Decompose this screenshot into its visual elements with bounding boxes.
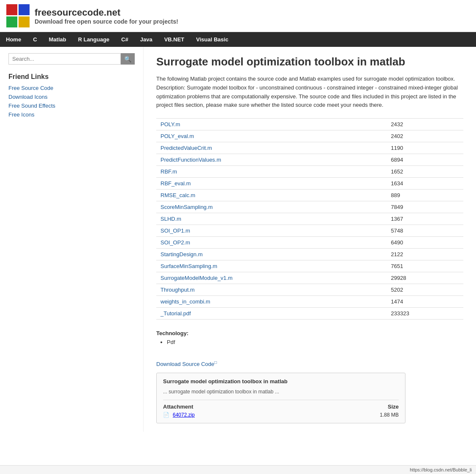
friend-links: Free Source CodeDownload IconsFree Sound…	[8, 85, 135, 118]
search-box: 🔍	[8, 53, 135, 65]
table-row: _Tutorial.pdf233323	[156, 308, 463, 320]
nav-item-visual-basic[interactable]: Visual Basic	[190, 32, 234, 47]
file-link[interactable]: SurrogateModelModule_v1.m	[160, 275, 233, 281]
file-size: 1367	[387, 213, 463, 225]
download-link-label: Download Source Code	[156, 361, 214, 368]
file-size: 6894	[387, 154, 463, 166]
download-box-desc: ... surrogate model optimization toolbox…	[163, 388, 399, 395]
logo-green-square	[6, 16, 17, 27]
file-name: RBF_eval.m	[156, 178, 387, 190]
friend-link-free-source-code[interactable]: Free Source Code	[8, 85, 135, 91]
file-link[interactable]: POLY_eval.m	[160, 133, 194, 139]
file-name: SOI_OP2.m	[156, 237, 387, 249]
table-row: PredictFunctionValues.m6894	[156, 154, 463, 166]
table-row: RBF_eval.m1634	[156, 178, 463, 190]
file-name: PredictFunctionValues.m	[156, 154, 387, 166]
friend-links-title: Friend Links	[8, 73, 135, 81]
file-name: POLY.m	[156, 119, 387, 130]
search-button[interactable]: 🔍	[121, 53, 135, 65]
file-link[interactable]: StartingDesign.m	[160, 251, 203, 257]
file-link[interactable]: SOI_OP2.m	[160, 239, 190, 246]
file-link[interactable]: Throughput.m	[160, 287, 195, 293]
friend-link-free-icons[interactable]: Free Icons	[8, 111, 135, 118]
attachment-row: 📄 64072.zip 1.88 MB	[163, 412, 399, 418]
file-name: _Tutorial.pdf	[156, 308, 387, 320]
file-size: 889	[387, 190, 463, 201]
file-size: 1190	[387, 142, 463, 154]
file-name: Throughput.m	[156, 284, 387, 296]
download-source-code-link[interactable]: Download Source Code□	[156, 360, 217, 367]
nav-item-c#[interactable]: C#	[115, 32, 134, 47]
download-box-table: Attachment Size 📄 64072.zip 1.88 MB	[163, 400, 399, 418]
header-text: freesourcecode.net Download free open so…	[35, 7, 178, 25]
nav-item-home[interactable]: Home	[0, 32, 27, 47]
nav-item-vb.net[interactable]: VB.NET	[158, 32, 190, 47]
technology-label: Technology:	[156, 330, 463, 336]
file-name: SLHD.m	[156, 213, 387, 225]
table-row: weights_in_combi.m1474	[156, 296, 463, 308]
file-size: 2432	[387, 119, 463, 130]
file-size: 5202	[387, 284, 463, 296]
header: freesourcecode.net Download free open so…	[0, 0, 476, 32]
download-box: Surrogate model optimization toolbox in …	[156, 373, 405, 423]
file-size: 1634	[387, 178, 463, 190]
page-title: Surrogate model optimization toolbox in …	[156, 55, 463, 68]
attachment-col-header: Attachment	[163, 404, 193, 410]
file-name: POLY_eval.m	[156, 130, 387, 142]
external-link-icon: □	[214, 360, 217, 365]
file-name: StartingDesign.m	[156, 249, 387, 260]
file-link[interactable]: _Tutorial.pdf	[160, 310, 191, 317]
main-nav: HomeCMatlabR LanguageC#JavaVB.NETVisual …	[0, 32, 476, 47]
description: The following Matlab project contains th…	[156, 75, 463, 110]
file-link[interactable]: SurfaceMinSampling.m	[160, 263, 217, 269]
table-row: SurrogateModelModule_v1.m29928	[156, 272, 463, 284]
table-row: POLY_eval.m2402	[156, 130, 463, 142]
file-size: 5748	[387, 225, 463, 237]
file-link[interactable]: RBF.m	[160, 168, 177, 175]
file-link[interactable]: SLHD.m	[160, 216, 181, 222]
file-name: SurrogateModelModule_v1.m	[156, 272, 387, 284]
table-row: POLY.m2432	[156, 119, 463, 130]
file-size: 6490	[387, 237, 463, 249]
file-table: POLY.m2432POLY_eval.m2402PredictedValueC…	[156, 118, 463, 320]
file-size: 1474	[387, 296, 463, 308]
nav-item-r-language[interactable]: R Language	[72, 32, 115, 47]
size-col-header: Size	[388, 404, 399, 410]
nav-item-c[interactable]: C	[27, 32, 43, 47]
file-link[interactable]: POLY.m	[160, 121, 180, 127]
nav-item-matlab[interactable]: Matlab	[43, 32, 72, 47]
technology-item: Pdf	[167, 339, 463, 345]
file-size: 7849	[387, 201, 463, 213]
file-name: SurfaceMinSampling.m	[156, 260, 387, 272]
table-row: StartingDesign.m2122	[156, 249, 463, 260]
file-link[interactable]: SOI_OP1.m	[160, 228, 190, 234]
logo-blue-square	[19, 4, 30, 15]
site-subtitle: Download free open source code for your …	[35, 18, 178, 25]
file-name: ScoreMinSampling.m	[156, 201, 387, 213]
table-row: PredictedValueCrit.m1190	[156, 142, 463, 154]
file-size: 1652	[387, 166, 463, 178]
file-link[interactable]: RMSE_calc.m	[160, 192, 195, 198]
attachment-link[interactable]: 64072.zip	[173, 412, 195, 418]
sidebar: 🔍 Friend Links Free Source CodeDownload …	[0, 47, 144, 432]
file-link[interactable]: RBF_eval.m	[160, 180, 191, 187]
table-row: SLHD.m1367	[156, 213, 463, 225]
file-link[interactable]: ScoreMinSampling.m	[160, 204, 213, 210]
file-link[interactable]: weights_in_combi.m	[160, 298, 210, 305]
friend-link-free-sound-effects[interactable]: Free Sound Effects	[8, 103, 135, 109]
nav-item-java[interactable]: Java	[134, 32, 158, 47]
logo-yellow-square	[19, 16, 30, 27]
table-row: SOI_OP1.m5748	[156, 225, 463, 237]
file-name: PredictedValueCrit.m	[156, 142, 387, 154]
attachment-header: Attachment Size	[163, 404, 399, 410]
file-link[interactable]: PredictFunctionValues.m	[160, 157, 221, 163]
file-link[interactable]: PredictedValueCrit.m	[160, 145, 212, 151]
file-name: weights_in_combi.m	[156, 296, 387, 308]
file-size: 7651	[387, 260, 463, 272]
attachment-icon: 📄	[163, 412, 169, 418]
file-size: 2402	[387, 130, 463, 142]
table-row: RBF.m1652	[156, 166, 463, 178]
table-row: RMSE_calc.m889	[156, 190, 463, 201]
friend-link-download-icons[interactable]: Download Icons	[8, 94, 135, 100]
search-input[interactable]	[8, 53, 121, 65]
